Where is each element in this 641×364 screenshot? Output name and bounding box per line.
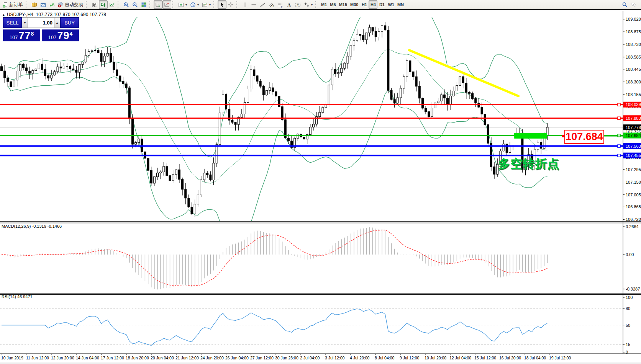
new-order-icon bbox=[2, 2, 8, 8]
macd-signal-line bbox=[2, 230, 548, 286]
templates-button[interactable]: ▾ bbox=[200, 0, 212, 9]
auto-trading-button[interactable]: 自动交易 bbox=[56, 0, 85, 9]
bollinger-bands bbox=[8, 11, 547, 235]
highlight-zone[interactable] bbox=[514, 133, 547, 139]
sell-price-prefix: 107 bbox=[10, 34, 18, 40]
tf-d1-button[interactable]: D1 bbox=[377, 0, 386, 9]
indicators-button[interactable]: ▾ bbox=[177, 0, 189, 9]
channel-button[interactable]: E bbox=[267, 0, 276, 9]
new-order-button[interactable]: 新订单 bbox=[1, 0, 25, 9]
tf-h1-button[interactable]: H1 bbox=[360, 0, 369, 9]
horizontal-line-button[interactable] bbox=[249, 0, 258, 9]
fibo-icon: F bbox=[277, 2, 283, 8]
buy-price-prefix: 107 bbox=[48, 34, 57, 40]
toolbar-right bbox=[620, 0, 638, 9]
chevron-down-icon: ▾ bbox=[311, 3, 313, 7]
bar-chart-button[interactable] bbox=[90, 0, 99, 9]
signals-button[interactable] bbox=[48, 0, 56, 9]
sell-price[interactable]: 107 77 8 bbox=[3, 29, 40, 41]
zoom-out-button[interactable] bbox=[131, 0, 139, 9]
sell-price-sup: 8 bbox=[31, 31, 34, 37]
toolbar-group bbox=[218, 0, 235, 9]
toolbar-group-handle bbox=[315, 1, 318, 8]
shapes-button[interactable]: ▾ bbox=[302, 0, 314, 9]
toolbar-group-handle bbox=[236, 1, 239, 8]
tf-m30-button[interactable]: M30 bbox=[349, 0, 360, 9]
volume-increase-button[interactable]: ▲ bbox=[54, 17, 60, 28]
price-chart[interactable]: 109.020108.875108.730108.585108.445108.3… bbox=[0, 11, 641, 364]
chinese-annotation[interactable]: 多空转折点 bbox=[498, 156, 559, 172]
auto-trading-icon bbox=[58, 2, 64, 8]
volume-input[interactable] bbox=[28, 17, 54, 28]
symbol-header: ▲USDJPY-,H4 107.773 107.970 107.690 107.… bbox=[2, 12, 106, 17]
trendline-icon bbox=[260, 2, 266, 8]
crosshair-button[interactable] bbox=[226, 0, 235, 9]
volume-decrease-button[interactable]: ▼ bbox=[22, 17, 28, 28]
new-chart-button[interactable] bbox=[39, 0, 48, 9]
text-button[interactable]: A bbox=[285, 0, 293, 9]
chart-shift-icon bbox=[164, 2, 170, 8]
auto-scroll-button[interactable] bbox=[154, 0, 162, 9]
buy-price[interactable]: 107 79 4 bbox=[42, 29, 79, 41]
svg-text:T: T bbox=[297, 3, 299, 7]
collapse-panel-icon[interactable]: ▲ bbox=[2, 13, 5, 17]
cursor-icon bbox=[219, 2, 225, 8]
time-axis[interactable] bbox=[0, 354, 641, 364]
tile-windows-button[interactable] bbox=[139, 0, 148, 9]
search-button[interactable] bbox=[620, 0, 629, 9]
yellow-trendline[interactable] bbox=[409, 50, 518, 96]
tf-m15-button[interactable]: M15 bbox=[338, 0, 349, 9]
chart-shift-button[interactable] bbox=[162, 0, 171, 9]
trendline-button[interactable] bbox=[258, 0, 267, 9]
tf-m5-button[interactable]: M5 bbox=[328, 0, 337, 9]
sell-button[interactable]: SELL bbox=[3, 17, 22, 28]
toolbar-group-handle bbox=[149, 1, 152, 8]
tf-h4-button[interactable]: H4 bbox=[369, 0, 377, 9]
tf-m30-button-label: M30 bbox=[350, 2, 358, 7]
candlestick-button[interactable] bbox=[99, 0, 108, 9]
channel-icon: E bbox=[269, 2, 274, 8]
crosshair-icon bbox=[228, 2, 234, 8]
tf-m1-button-label: M1 bbox=[321, 2, 327, 7]
label-button[interactable]: T bbox=[293, 0, 302, 9]
signals-icon bbox=[49, 2, 55, 8]
zoom-out-icon bbox=[132, 2, 138, 8]
chevron-down-icon: ▾ bbox=[185, 3, 187, 7]
tf-m5-button-label: M5 bbox=[330, 2, 336, 7]
toolbar-group-handle bbox=[213, 1, 216, 8]
sell-price-big: 77 bbox=[18, 30, 31, 42]
toolbar-group-handle bbox=[118, 1, 120, 8]
auto-scroll-icon bbox=[155, 2, 161, 8]
zoom-in-button[interactable] bbox=[122, 0, 131, 9]
zoom-in-icon bbox=[123, 2, 129, 8]
svg-text:A: A bbox=[287, 2, 291, 8]
chevron-down-icon: ▾ bbox=[197, 3, 199, 7]
price-annotation-box[interactable]: 107.684 bbox=[564, 130, 604, 144]
chat-button[interactable] bbox=[629, 0, 638, 9]
tf-w1-button-label: W1 bbox=[388, 2, 394, 7]
new-order-button-label: 新订单 bbox=[9, 2, 23, 8]
fibonacci-button[interactable]: F bbox=[276, 0, 285, 9]
chart-canvas[interactable]: 109.020108.875108.730108.585108.445108.3… bbox=[0, 11, 641, 364]
book-button[interactable] bbox=[30, 0, 39, 9]
tf-m1-button[interactable]: M1 bbox=[320, 0, 328, 9]
macd-indicator-label: MACD(12,26,9) -0.1319 -0.1466 bbox=[2, 224, 62, 229]
line-chart-button[interactable] bbox=[108, 0, 116, 9]
tf-d1-button-label: D1 bbox=[379, 2, 385, 7]
tf-h4-button-label: H4 bbox=[371, 2, 376, 7]
periods-button[interactable]: ▾ bbox=[189, 0, 200, 9]
cursor-button[interactable] bbox=[218, 0, 226, 9]
tf-mn-button[interactable]: MN bbox=[396, 0, 405, 9]
price-axis[interactable] bbox=[623, 11, 641, 354]
buy-button[interactable]: BUY bbox=[60, 17, 79, 28]
toolbar-group: EFAT▾ bbox=[241, 0, 314, 9]
toolbar-group bbox=[154, 0, 171, 9]
template-icon bbox=[202, 2, 208, 8]
tf-w1-button[interactable]: W1 bbox=[386, 0, 396, 9]
tf-mn-button-label: MN bbox=[397, 2, 404, 7]
candles[interactable] bbox=[1, 22, 549, 217]
periods-icon bbox=[190, 2, 196, 8]
toolbar-group: M1M5M15M30H1H4D1W1MN bbox=[320, 0, 405, 9]
vertical-line-button[interactable] bbox=[241, 0, 249, 9]
tile-windows-icon bbox=[141, 2, 147, 8]
